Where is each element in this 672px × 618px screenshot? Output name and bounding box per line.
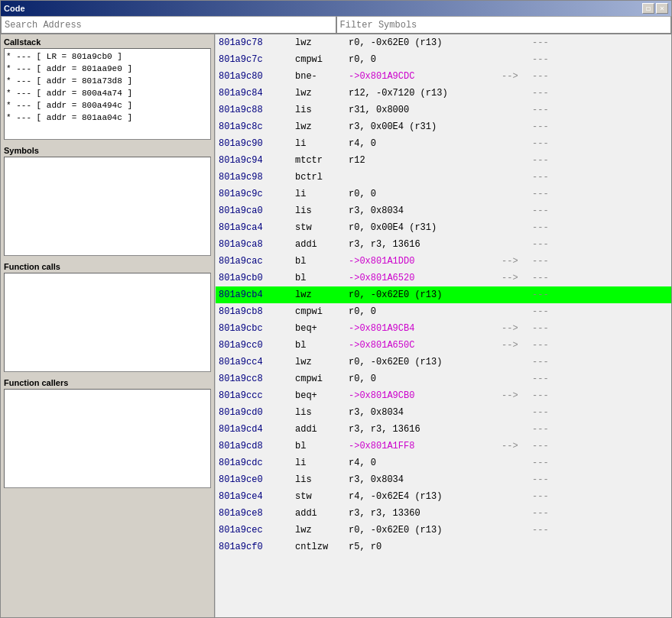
function-calls-section: Function calls: [1, 259, 214, 375]
table-row[interactable]: 801a9c78lwzr0, -0x62E0 (r13)---: [216, 34, 671, 51]
asm-args[interactable]: ->0x801A9CDC: [346, 68, 498, 85]
asm-arrow: [498, 202, 529, 219]
asm-arrow: [498, 169, 529, 186]
table-row[interactable]: 801a9cf0cntlzwr5, r0: [216, 539, 671, 555]
asm-args[interactable]: ->0x801A1FF8: [346, 438, 498, 455]
close-button[interactable]: ✕: [656, 3, 668, 14]
table-row[interactable]: 801a9cdclir4, 0---: [216, 455, 671, 471]
asm-instruction: cntlzw: [292, 539, 346, 555]
asm-args: r5, r0: [346, 539, 498, 555]
table-row[interactable]: 801a9cccbeq+->0x801A9CB0-->---: [216, 387, 671, 404]
asm-args[interactable]: ->0x801A650C: [346, 337, 498, 354]
asm-address: 801a9cd8: [216, 438, 292, 455]
table-row[interactable]: 801a9cbcbeq+->0x801A9CB4-->---: [216, 320, 671, 337]
asm-args: r3, 0x8034: [346, 202, 498, 219]
asm-arrow: [498, 186, 529, 202]
asm-instruction: lis: [292, 202, 346, 219]
table-row[interactable]: 801a9ce0lisr3, 0x8034---: [216, 471, 671, 488]
callstack-item: * --- [ addr = 801aa04c ]: [6, 112, 209, 124]
asm-args[interactable]: ->0x801A9CB0: [346, 387, 498, 404]
asm-arrow: -->: [498, 337, 529, 354]
asm-comment: [529, 539, 671, 555]
asm-arrow: [498, 471, 529, 488]
table-row[interactable]: 801a9cd4addir3, r3, 13616---: [216, 421, 671, 438]
table-row[interactable]: 801a9c7ccmpwir0, 0---: [216, 51, 671, 68]
asm-args: r4, -0x62E4 (r13): [346, 488, 498, 505]
asm-args: r0, -0x62E0 (r13): [346, 354, 498, 370]
callstack-box[interactable]: * --- [ LR = 801a9cb0 ] * --- [ addr = 8…: [4, 48, 211, 140]
table-row[interactable]: 801a9c84lwzr12, -0x7120 (r13)---: [216, 85, 671, 102]
asm-address: 801a9ce4: [216, 488, 292, 505]
table-row[interactable]: 801a9cacbl->0x801A1DD0-->---: [216, 253, 671, 270]
asm-args[interactable]: ->0x801A1DD0: [346, 253, 498, 270]
asm-args[interactable]: ->0x801A6520: [346, 270, 498, 286]
asm-comment: ---: [529, 488, 671, 505]
asm-instruction: lwz: [292, 34, 346, 51]
asm-address: 801a9cc4: [216, 354, 292, 370]
table-row[interactable]: 801a9ca0lisr3, 0x8034---: [216, 202, 671, 219]
asm-args[interactable]: ->0x801A9CB4: [346, 320, 498, 337]
asm-comment: ---: [529, 286, 671, 303]
asm-args: r3, r3, 13360: [346, 505, 498, 522]
table-row[interactable]: 801a9c90lir4, 0---: [216, 135, 671, 152]
asm-args: r0, 0x00E4 (r31): [346, 219, 498, 236]
asm-instruction: lis: [292, 471, 346, 488]
asm-comment: ---: [529, 303, 671, 320]
table-row[interactable]: 801a9c80bne-->0x801A9CDC-->---: [216, 68, 671, 85]
asm-arrow: [498, 152, 529, 169]
table-row[interactable]: 801a9ce4stwr4, -0x62E4 (r13)---: [216, 488, 671, 505]
filter-symbols-input[interactable]: [336, 16, 672, 34]
table-row[interactable]: 801a9ca8addir3, r3, 13616---: [216, 236, 671, 253]
asm-address: 801a9cdc: [216, 455, 292, 471]
table-row[interactable]: 801a9c8clwzr3, 0x00E4 (r31)---: [216, 118, 671, 135]
asm-args: r4, 0: [346, 455, 498, 471]
asm-address: 801a9cd4: [216, 421, 292, 438]
asm-comment: ---: [529, 438, 671, 455]
asm-instruction: addi: [292, 421, 346, 438]
asm-comment: ---: [529, 68, 671, 85]
table-row[interactable]: 801a9cc0bl->0x801A650C-->---: [216, 337, 671, 354]
asm-arrow: [498, 455, 529, 471]
table-row[interactable]: 801a9ceclwzr0, -0x62E0 (r13)---: [216, 522, 671, 539]
asm-address: 801a9cb4: [216, 286, 292, 303]
asm-instruction: li: [292, 135, 346, 152]
asm-comment: ---: [529, 404, 671, 421]
asm-comment: ---: [529, 51, 671, 68]
asm-instruction: lwz: [292, 354, 346, 370]
table-row[interactable]: 801a9cb8cmpwir0, 0---: [216, 303, 671, 320]
function-callers-box[interactable]: [4, 389, 211, 488]
symbols-box[interactable]: [4, 157, 211, 256]
table-row[interactable]: 801a9c94mtctrr12---: [216, 152, 671, 169]
callstack-section: Callstack * --- [ LR = 801a9cb0 ] * --- …: [1, 34, 214, 143]
asm-instruction: lwz: [292, 118, 346, 135]
asm-comment: ---: [529, 102, 671, 118]
asm-instruction: lis: [292, 404, 346, 421]
asm-instruction: li: [292, 455, 346, 471]
asm-comment: ---: [529, 387, 671, 404]
table-row[interactable]: 801a9c98bctrl---: [216, 169, 671, 186]
asm-address: 801a9c78: [216, 34, 292, 51]
table-row[interactable]: 801a9cd8bl->0x801A1FF8-->---: [216, 438, 671, 455]
asm-arrow: [498, 370, 529, 387]
table-row[interactable]: 801a9ce8addir3, r3, 13360---: [216, 505, 671, 522]
table-row[interactable]: 801a9cc4lwzr0, -0x62E0 (r13)---: [216, 354, 671, 370]
table-row[interactable]: 801a9c9clir0, 0---: [216, 186, 671, 202]
callstack-label: Callstack: [4, 37, 211, 47]
asm-comment: ---: [529, 354, 671, 370]
asm-arrow: [498, 522, 529, 539]
table-row[interactable]: 801a9cc8cmpwir0, 0---: [216, 370, 671, 387]
asm-instruction: lwz: [292, 286, 346, 303]
asm-arrow: [498, 219, 529, 236]
asm-instruction: li: [292, 186, 346, 202]
asm-instruction: stw: [292, 219, 346, 236]
table-row[interactable]: 801a9c88lisr31, 0x8000---: [216, 102, 671, 118]
asm-address: 801a9c98: [216, 169, 292, 186]
restore-button[interactable]: ◻: [642, 3, 654, 14]
table-row[interactable]: 801a9cb4lwzr0, -0x62E0 (r13)---: [216, 286, 671, 303]
asm-panel[interactable]: 801a9c78lwzr0, -0x62E0 (r13)---801a9c7cc…: [215, 34, 671, 617]
search-address-input[interactable]: [1, 16, 336, 34]
function-calls-box[interactable]: [4, 273, 211, 372]
table-row[interactable]: 801a9cd0lisr3, 0x8034---: [216, 404, 671, 421]
table-row[interactable]: 801a9cb0bl->0x801A6520-->---: [216, 270, 671, 286]
table-row[interactable]: 801a9ca4stwr0, 0x00E4 (r31)---: [216, 219, 671, 236]
